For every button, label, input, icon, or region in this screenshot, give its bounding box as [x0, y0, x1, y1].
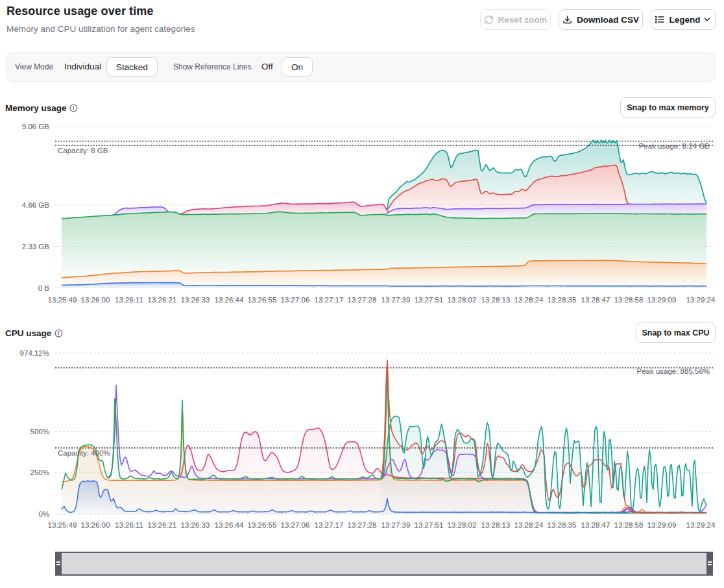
svg-text:13:27:17: 13:27:17	[315, 521, 344, 529]
svg-text:13:27:39: 13:27:39	[381, 296, 411, 304]
svg-text:Peak usage: 885.56%: Peak usage: 885.56%	[636, 367, 710, 375]
svg-text:13:28:47: 13:28:47	[581, 296, 610, 304]
svg-text:13:28:47: 13:28:47	[581, 521, 610, 529]
svg-text:13:26:21: 13:26:21	[148, 521, 177, 529]
svg-text:13:26:55: 13:26:55	[248, 296, 277, 304]
svg-text:Capacity: 400%: Capacity: 400%	[58, 449, 110, 457]
svg-text:13:27:06: 13:27:06	[281, 296, 310, 304]
svg-text:13:29:24: 13:29:24	[686, 521, 716, 529]
svg-text:13:26:11: 13:26:11	[115, 521, 143, 529]
svg-text:0 B: 0 B	[38, 284, 50, 292]
svg-text:250%: 250%	[30, 469, 49, 476]
svg-text:13:28:24: 13:28:24	[514, 521, 544, 529]
svg-text:13:25:49: 13:25:49	[48, 296, 77, 304]
svg-text:13:27:28: 13:27:28	[348, 296, 377, 304]
svg-text:13:29:24: 13:29:24	[686, 296, 716, 304]
svg-text:13:26:11: 13:26:11	[115, 296, 143, 304]
svg-text:13:29:09: 13:29:09	[647, 296, 677, 304]
svg-text:13:28:35: 13:28:35	[548, 521, 577, 529]
svg-text:13:28:13: 13:28:13	[481, 521, 511, 529]
svg-text:2.33 GB: 2.33 GB	[22, 243, 50, 251]
svg-text:13:28:58: 13:28:58	[614, 521, 644, 529]
svg-text:13:27:17: 13:27:17	[315, 296, 344, 304]
svg-text:0%: 0%	[38, 510, 49, 518]
svg-text:13:26:00: 13:26:00	[81, 296, 110, 304]
svg-text:13:27:06: 13:27:06	[281, 521, 310, 529]
svg-text:13:27:51: 13:27:51	[415, 296, 444, 304]
svg-text:13:26:44: 13:26:44	[215, 521, 244, 529]
svg-text:9.06 GB: 9.06 GB	[22, 123, 50, 130]
svg-text:974.12%: 974.12%	[20, 349, 49, 357]
svg-text:4.66 GB: 4.66 GB	[22, 201, 50, 209]
svg-text:Peak usage: 8.24 GB: Peak usage: 8.24 GB	[639, 142, 710, 150]
svg-text:13:26:33: 13:26:33	[181, 296, 210, 304]
svg-text:13:28:24: 13:28:24	[514, 296, 544, 304]
svg-text:13:28:35: 13:28:35	[548, 296, 577, 304]
svg-text:13:28:02: 13:28:02	[448, 296, 477, 304]
svg-text:13:26:21: 13:26:21	[148, 296, 177, 304]
svg-text:13:27:51: 13:27:51	[415, 521, 444, 529]
svg-text:13:26:00: 13:26:00	[81, 521, 110, 529]
svg-text:13:29:09: 13:29:09	[647, 521, 677, 529]
svg-text:500%: 500%	[30, 428, 49, 435]
svg-text:Capacity: 8 GB: Capacity: 8 GB	[58, 147, 108, 154]
svg-text:13:28:13: 13:28:13	[481, 296, 511, 304]
svg-text:13:26:33: 13:26:33	[181, 521, 210, 529]
svg-text:13:27:39: 13:27:39	[381, 521, 411, 529]
svg-text:13:27:28: 13:27:28	[348, 521, 377, 529]
svg-text:13:26:55: 13:26:55	[248, 521, 277, 529]
svg-text:13:25:49: 13:25:49	[48, 521, 77, 529]
svg-text:13:26:44: 13:26:44	[215, 296, 244, 304]
svg-text:13:28:02: 13:28:02	[448, 521, 477, 529]
svg-text:13:28:58: 13:28:58	[614, 296, 644, 304]
